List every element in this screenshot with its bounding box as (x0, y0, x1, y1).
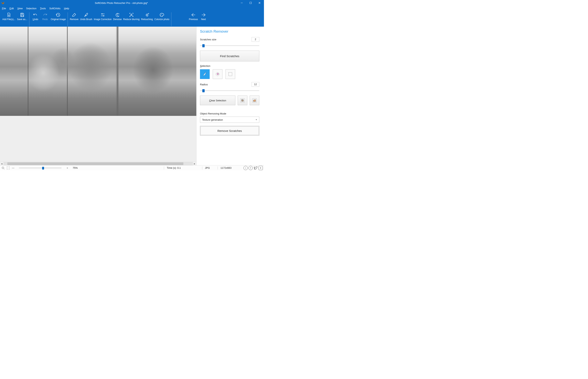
undo-icon (33, 12, 38, 18)
next-label: Next (201, 18, 206, 21)
zoom-value: 75% (73, 166, 78, 169)
svg-rect-7 (21, 15, 23, 16)
titlebar: 🦋 SoftOrbits Photo Retoucher Pro - old-p… (0, 0, 264, 6)
svg-point-13 (131, 14, 132, 15)
selection-marker-tool[interactable] (200, 69, 210, 79)
scroll-left-arrow[interactable]: ◄ (0, 162, 3, 165)
save-as-button[interactable]: Save as... (16, 12, 28, 21)
svg-rect-21 (229, 72, 232, 76)
selection-label: Selection (200, 64, 259, 67)
app-icon: 🦋 (0, 1, 5, 4)
marker-icon (202, 72, 207, 77)
gear-sparkle-icon (145, 12, 149, 18)
select-value: Texture generation (202, 118, 223, 121)
reduce-blurring-label: Reduce blurring (123, 18, 140, 21)
selection-lasso-tool[interactable] (213, 69, 222, 79)
close-button[interactable] (255, 0, 264, 6)
svg-point-16 (162, 14, 162, 14)
info-icon[interactable]: i (244, 166, 248, 170)
dimensions-status: 1172x663 (220, 166, 231, 169)
statusbar: — ＋ 75% Time (s): 0.1 JPG 1172x663 i f (0, 165, 264, 170)
zoom-in-button[interactable]: ＋ (65, 166, 69, 170)
svg-rect-23 (242, 99, 243, 100)
scroll-track[interactable] (3, 162, 193, 165)
workspace: ◄ ► Scratch Remover Scratches size 2 Fin… (0, 27, 264, 165)
image-correction-button[interactable]: Image Correction (93, 12, 113, 21)
side-panel: Scratch Remover Scratches size 2 Find Sc… (196, 27, 264, 165)
menu-selection[interactable]: Selection (26, 7, 36, 10)
find-scratches-button[interactable]: Find Scratches (200, 51, 259, 61)
selection-rectangle-tool[interactable] (226, 69, 235, 79)
canvas-area: ◄ ► (0, 27, 196, 165)
reduce-blurring-button[interactable]: Reduce blurring (123, 12, 141, 21)
previous-button[interactable]: Previous (188, 12, 199, 21)
zoom-reset-button[interactable] (1, 166, 5, 170)
colorize-photo-button[interactable]: Colorize photo (154, 12, 170, 21)
svg-rect-20 (217, 73, 219, 75)
marquee-icon (228, 72, 232, 76)
save-as-label: Save as... (17, 18, 27, 21)
add-files-button[interactable]: Add File(s)... (1, 12, 16, 21)
svg-rect-1 (250, 2, 252, 4)
load-selection-button[interactable] (250, 95, 259, 105)
save-selection-button[interactable] (238, 95, 247, 105)
svg-point-10 (102, 14, 102, 14)
panel-title: Scratch Remover (200, 29, 259, 34)
object-removing-mode-select[interactable]: Texture generation ▼ (200, 117, 259, 123)
menu-file[interactable]: File (2, 7, 6, 10)
remove-label: Remove (70, 18, 79, 21)
colorize-photo-label: Colorize photo (154, 18, 169, 21)
format-status: JPG (205, 166, 210, 169)
svg-point-14 (146, 14, 148, 16)
scratches-size-slider[interactable] (200, 44, 259, 47)
remove-scratches-button[interactable]: Remove Scratches (200, 126, 259, 136)
chevron-down-icon: ▼ (255, 119, 257, 121)
history-icon (56, 12, 61, 18)
add-files-label: Add File(s)... (2, 18, 16, 21)
undo-button[interactable]: Undo (31, 12, 40, 21)
sliders-icon (100, 12, 105, 18)
clear-selection-button[interactable]: Clear Selection (200, 95, 235, 105)
maximize-button[interactable] (246, 0, 255, 6)
scroll-thumb[interactable] (7, 162, 183, 165)
next-button[interactable]: Next (199, 12, 208, 21)
radius-label: Radius (200, 83, 208, 86)
svg-point-15 (161, 14, 161, 15)
redo-button[interactable]: Redo (40, 12, 50, 21)
original-image-button[interactable]: Original Image (50, 12, 66, 21)
undo-brush-button[interactable]: Undo Brush (79, 12, 93, 21)
youtube-icon[interactable] (259, 166, 263, 170)
retouching-button[interactable]: Retouching (140, 12, 154, 21)
svg-rect-6 (21, 13, 23, 14)
scratches-size-label: Scratches size (200, 38, 216, 41)
menu-view[interactable]: View (17, 7, 23, 10)
redo-label: Redo (42, 18, 48, 21)
arrow-right-icon (201, 12, 206, 18)
scratches-size-input[interactable]: 2 (252, 37, 259, 42)
menu-edit[interactable]: Edit (9, 7, 14, 10)
minimize-button[interactable] (237, 0, 246, 6)
menu-softorbits[interactable]: SoftOrbits (49, 7, 61, 10)
arrow-left-icon (191, 12, 196, 18)
scroll-right-arrow[interactable]: ► (193, 162, 196, 165)
toolbar: Add File(s)... Save as... Undo Redo Orig… (0, 11, 264, 27)
save-icon (20, 12, 25, 18)
lasso-eraser-icon (215, 72, 220, 77)
denoise-button[interactable]: Denoise (113, 12, 123, 21)
photo-preview (0, 27, 196, 116)
svg-point-12 (103, 16, 104, 16)
canvas[interactable] (0, 27, 196, 162)
facebook-icon[interactable]: f (248, 166, 253, 170)
radius-input[interactable]: 12 (252, 82, 259, 87)
twitter-icon[interactable] (254, 166, 258, 170)
fit-to-screen-button[interactable] (6, 166, 10, 170)
remove-button[interactable]: Remove (69, 12, 79, 21)
menu-tools[interactable]: Tools (40, 7, 46, 10)
menu-help[interactable]: Help (64, 7, 69, 10)
previous-label: Previous (189, 18, 198, 21)
horizontal-scrollbar[interactable]: ◄ ► (0, 162, 196, 165)
undo-brush-label: Undo Brush (80, 18, 92, 21)
radius-slider[interactable] (200, 89, 259, 93)
zoom-out-button[interactable]: — (11, 166, 15, 170)
zoom-slider[interactable] (17, 166, 63, 170)
